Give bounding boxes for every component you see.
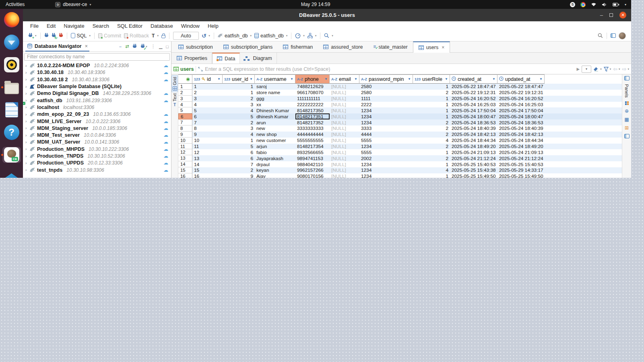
cell-created-at[interactable]: 2025-05-24 18:44:34 <box>450 138 497 144</box>
cell-id[interactable]: 1 <box>192 84 223 90</box>
cell-password-mpin[interactable]: 2222 <box>359 102 413 108</box>
row-number[interactable]: 14 <box>178 161 192 167</box>
activities-button[interactable]: Activities <box>0 2 30 7</box>
cell-userrole[interactable]: 1 <box>413 113 450 119</box>
restore-button[interactable] <box>609 13 613 17</box>
active-datasource-combo[interactable]: eatfish_db▾ <box>218 33 252 39</box>
connection-filter-input[interactable] <box>24 53 170 61</box>
cell-userrole[interactable]: 2 <box>413 155 450 161</box>
dock-thunderbird[interactable] <box>2 34 21 50</box>
cell-userrole[interactable]: 1 <box>413 149 450 155</box>
cell-userrole[interactable]: 2 <box>413 144 450 150</box>
cell-email[interactable]: [NULL] <box>330 173 359 178</box>
row-number[interactable]: 15 <box>178 167 192 173</box>
cell-created-at[interactable]: 2025-05-25 15:49:50 <box>450 173 497 178</box>
connect-icon[interactable] <box>132 44 137 49</box>
cell-phone[interactable]: 4444444444 <box>295 132 330 138</box>
sort-dropdown-icon[interactable]: ▼ <box>408 77 411 81</box>
search-button[interactable]: ▾ <box>324 33 333 38</box>
tab-subscription-plans[interactable]: subscription_plans <box>218 41 278 52</box>
cell-phone[interactable]: 8148217351 <box>295 113 330 119</box>
cell-id[interactable]: 5 <box>192 107 223 113</box>
cell-updated-at[interactable]: 2025-05-24 16:25:03 <box>497 102 545 108</box>
subtab-properties[interactable]: Properties <box>172 53 212 64</box>
nav-back-button[interactable]: ⇦▾ <box>613 66 620 72</box>
connection-item[interactable]: ›test_tnpds10.30.10.98:3306☁ <box>23 167 171 173</box>
menu-database[interactable]: Database <box>147 23 176 29</box>
cell-user-id[interactable]: 3 <box>223 102 255 108</box>
tab-subscription[interactable]: subscription <box>173 41 218 52</box>
grouping-panel-icon[interactable] <box>624 134 630 138</box>
expand-chevron-icon[interactable]: › <box>25 98 30 103</box>
cell-userrole[interactable]: 2 <box>413 119 450 125</box>
cell-email[interactable]: [NULL] <box>330 102 359 108</box>
cell-userrole[interactable]: 4 <box>413 167 450 173</box>
dock-files[interactable] <box>2 79 21 95</box>
cell-password-mpin[interactable]: 4444 <box>359 132 413 138</box>
cell-phone[interactable]: 8148217354 <box>295 144 330 150</box>
cell-password-mpin[interactable]: 2002 <box>359 155 413 161</box>
cell-id[interactable]: 16 <box>192 173 223 178</box>
row-number[interactable]: 10 <box>178 138 192 144</box>
connection-item[interactable]: ›10.30.40.1810.30.40.18:3306☁ <box>23 69 171 76</box>
sql-editor-button[interactable]: SQL▾ <box>71 33 91 39</box>
cell-id[interactable]: 7 <box>192 119 223 125</box>
cell-userrole[interactable]: 1 <box>413 96 450 102</box>
cell-phone[interactable]: 2222222222 <box>295 102 330 108</box>
cell-userrole[interactable]: 1 <box>413 107 450 113</box>
cell-user-id[interactable]: 5 <box>223 113 255 119</box>
link-editor-icon[interactable]: ⇄ <box>125 44 129 49</box>
cell-id[interactable]: 14 <box>192 161 223 167</box>
cell-user-id[interactable]: 3 <box>223 125 255 132</box>
cell-updated-at[interactable]: 2025-05-24 17:50:04 <box>497 107 545 113</box>
cell-email[interactable]: [NULL] <box>330 119 359 125</box>
dock-help[interactable]: ? <box>2 124 21 140</box>
dock-libreoffice-writer[interactable] <box>2 102 21 118</box>
transaction-mode-button[interactable]: T▾ <box>152 33 159 39</box>
cell-user-id[interactable]: 2 <box>223 96 255 102</box>
cell-user-id[interactable]: 4 <box>223 107 255 113</box>
cell-password-mpin[interactable]: 1234 <box>359 167 413 173</box>
menu-sql-editor[interactable]: SQL Editor <box>114 23 146 29</box>
column-header-email[interactable]: A-Zemail▼ <box>330 74 359 84</box>
cell-phone[interactable]: 9962157266 <box>295 167 330 173</box>
cell-userrole[interactable]: 1 <box>413 102 450 108</box>
expand-chevron-icon[interactable]: › <box>25 84 30 89</box>
expand-chevron-icon[interactable]: › <box>25 147 30 151</box>
cell-username[interactable]: Jayaprakash <box>255 155 295 161</box>
cell-email[interactable]: [NULL] <box>330 107 359 113</box>
row-number[interactable]: 5 <box>178 107 192 113</box>
subtab-diagram[interactable]: Diagram <box>240 53 277 64</box>
row-number[interactable]: 13 <box>178 155 192 161</box>
cell-updated-at[interactable]: 2025-05-24 21:09:13 <box>497 149 545 155</box>
cell-user-id[interactable]: 6 <box>223 155 255 161</box>
apply-filter-icon[interactable]: ▶ <box>576 67 580 71</box>
cell-created-at[interactable]: 2025-05-24 18:40:39 <box>450 125 497 132</box>
row-number[interactable]: 7 <box>178 119 192 125</box>
cell-phone[interactable]: 5555555555 <box>295 138 330 144</box>
connection-item[interactable]: ›MDM_UAT_Server10.0.0.141:3306☁ <box>23 139 171 146</box>
skype-tray-icon[interactable]: S <box>570 2 575 7</box>
cell-created-at[interactable]: 2025-05-24 21:12:24 <box>450 155 497 161</box>
cell-updated-at[interactable]: 2025-05-24 18:00:47 <box>497 113 545 119</box>
expand-filter-icon[interactable] <box>198 67 203 72</box>
cell-userrole[interactable]: 2 <box>413 125 450 132</box>
active-schema-combo[interactable]: eatfish_db▾ <box>254 33 287 39</box>
sort-dropdown-icon[interactable]: ▼ <box>539 77 543 81</box>
commit-button[interactable]: Commit <box>98 33 121 39</box>
cell-email[interactable]: [NULL] <box>330 138 359 144</box>
connect-button[interactable] <box>44 33 49 38</box>
cell-password-mpin[interactable]: 2580 <box>359 90 413 96</box>
cell-phone[interactable]: 9884042110 <box>295 161 330 167</box>
cell-created-at[interactable]: 2025-05-25 15:43:38 <box>450 167 497 173</box>
menu-navigate[interactable]: Navigate <box>60 23 87 29</box>
cell-email[interactable]: [NULL] <box>330 113 359 119</box>
cell-password-mpin[interactable]: 1234 <box>359 173 413 178</box>
cell-updated-at[interactable]: 2025-05-24 18:49:20 <box>497 144 545 150</box>
clear-filter-button[interactable]: ▾ <box>593 67 602 72</box>
cell-created-at[interactable]: 2025-05-24 18:36:53 <box>450 119 497 125</box>
metadata-icon[interactable]: ▦ <box>624 117 629 122</box>
expand-chevron-icon[interactable]: › <box>25 105 30 109</box>
cell-username[interactable]: Ajay <box>255 173 295 178</box>
calc-panel-icon[interactable]: ⊞ <box>625 125 629 130</box>
